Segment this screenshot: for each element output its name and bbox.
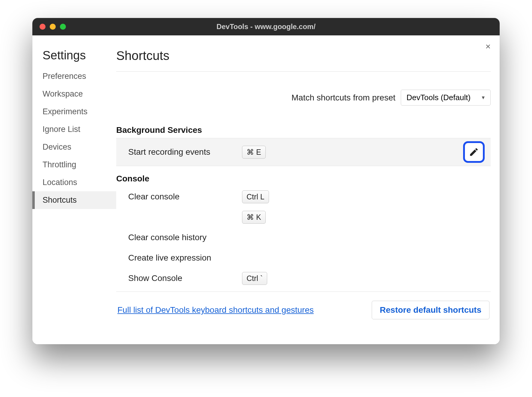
shortcut-row: Show ConsoleCtrl ` bbox=[116, 268, 491, 288]
preset-value: DevTools (Default) bbox=[406, 93, 471, 102]
shortcut-row: Create live expression bbox=[116, 248, 491, 268]
shortcut-row: Clear consoleCtrl L bbox=[116, 187, 491, 207]
shortcut-row: ⌘ K bbox=[116, 207, 491, 227]
pencil-icon bbox=[469, 147, 479, 157]
preset-label: Match shortcuts from preset bbox=[291, 93, 395, 103]
shortcut-key-cell: ⌘ E bbox=[242, 146, 458, 159]
sidebar-item-shortcuts[interactable]: Shortcuts bbox=[32, 191, 116, 209]
restore-default-button[interactable]: Restore default shortcuts bbox=[372, 301, 489, 319]
window-body: × Settings PreferencesWorkspaceExperimen… bbox=[32, 35, 500, 344]
preset-row: Match shortcuts from preset DevTools (De… bbox=[116, 72, 491, 118]
shortcut-key-cell: ⌘ K bbox=[242, 211, 458, 224]
edit-shortcut-button[interactable] bbox=[463, 141, 485, 163]
shortcut-label: Clear console bbox=[128, 192, 242, 201]
page-title: Shortcuts bbox=[116, 49, 491, 71]
shortcut-row: Start recording events⌘ E bbox=[116, 138, 491, 166]
main-panel: Shortcuts Match shortcuts from preset De… bbox=[116, 35, 500, 344]
shortcut-key: ⌘ E bbox=[242, 146, 266, 159]
window-title: DevTools - www.google.com/ bbox=[32, 22, 500, 31]
close-icon[interactable]: × bbox=[485, 42, 491, 51]
close-window-button[interactable] bbox=[40, 24, 46, 30]
sidebar-item-devices[interactable]: Devices bbox=[32, 138, 116, 156]
shortcut-key: Ctrl L bbox=[242, 190, 269, 203]
window-controls bbox=[32, 24, 66, 30]
shortcut-label: Show Console bbox=[128, 273, 242, 283]
sidebar-heading: Settings bbox=[32, 49, 116, 67]
shortcut-key-cell: Ctrl L bbox=[242, 190, 458, 203]
section-title: Background Services bbox=[116, 118, 491, 138]
section-title: Console bbox=[116, 166, 491, 187]
shortcut-label: Create live expression bbox=[128, 253, 242, 263]
shortcut-label: Clear console history bbox=[128, 233, 242, 242]
maximize-window-button[interactable] bbox=[60, 24, 66, 30]
sidebar-item-experiments[interactable]: Experiments bbox=[32, 103, 116, 121]
sidebar-item-ignore-list[interactable]: Ignore List bbox=[32, 121, 116, 138]
sidebar-item-workspace[interactable]: Workspace bbox=[32, 85, 116, 103]
sidebar-item-locations[interactable]: Locations bbox=[32, 174, 116, 191]
titlebar: DevTools - www.google.com/ bbox=[32, 18, 500, 35]
app-window: DevTools - www.google.com/ × Settings Pr… bbox=[32, 18, 500, 344]
shortcut-key: Ctrl ` bbox=[242, 272, 267, 285]
shortcut-actions bbox=[458, 141, 485, 163]
sidebar-item-throttling[interactable]: Throttling bbox=[32, 156, 116, 174]
full-list-link[interactable]: Full list of DevTools keyboard shortcuts… bbox=[117, 305, 314, 315]
preset-select[interactable]: DevTools (Default) ▼ bbox=[401, 90, 491, 106]
footer: Full list of DevTools keyboard shortcuts… bbox=[116, 292, 491, 322]
shortcut-row: Clear console history bbox=[116, 227, 491, 248]
sidebar-item-preferences[interactable]: Preferences bbox=[32, 67, 116, 85]
minimize-window-button[interactable] bbox=[50, 24, 56, 30]
shortcut-key-cell: Ctrl ` bbox=[242, 272, 458, 285]
chevron-down-icon: ▼ bbox=[481, 95, 486, 100]
shortcut-label: Start recording events bbox=[128, 147, 242, 157]
shortcut-key: ⌘ K bbox=[242, 211, 266, 224]
settings-sidebar: Settings PreferencesWorkspaceExperiments… bbox=[32, 35, 116, 344]
